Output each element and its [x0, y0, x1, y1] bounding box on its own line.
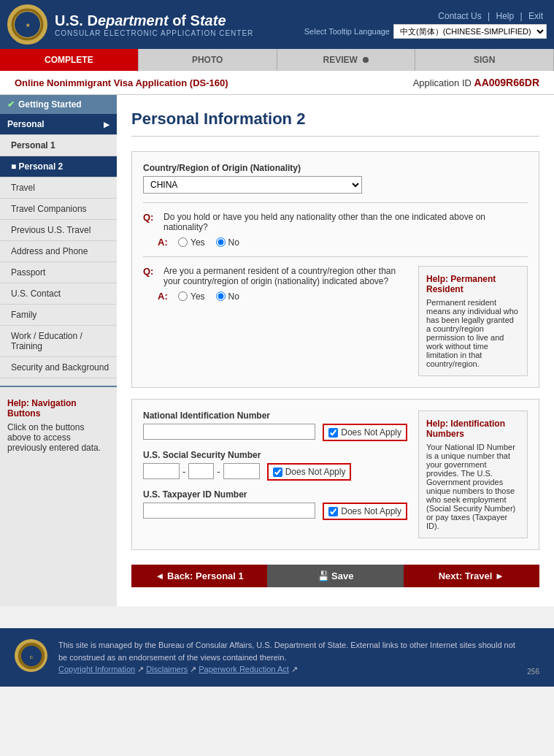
q1-text: Do you hold or have you held any nationa… [163, 212, 528, 232]
ssn-field-row: - - Does Not Apply [143, 463, 407, 481]
ssn-part3[interactable] [223, 463, 260, 479]
svg-text:C: C [29, 655, 33, 660]
header-right: Contact Us | Help | Exit Select Tooltip … [304, 11, 547, 39]
divider-1 [143, 202, 528, 203]
footer: C This site is managed by the Bureau of … [0, 628, 554, 687]
app-id-bar: Online Nonimmigrant Visa Application (DS… [0, 71, 554, 95]
divider-2 [143, 256, 528, 257]
sidebar-item-passport[interactable]: Passport [0, 262, 117, 283]
sidebar-item-travel[interactable]: Travel [0, 177, 117, 199]
app-form-link[interactable]: Online Nonimmigrant Visa Application (DS… [15, 77, 228, 88]
id-help-text: Your National ID Number is a unique numb… [426, 443, 520, 530]
page-title: Personal Information 2 [131, 110, 539, 137]
sidebar-help-title: Help: Navigation Buttons [7, 398, 109, 419]
header-links: Contact Us | Help | Exit [434, 11, 547, 21]
tooltip-language-select[interactable]: 中文(简体）(CHINESE-SIMPLIFIED) [393, 24, 547, 39]
q1-block: Q: Do you hold or have you held any nati… [143, 212, 528, 248]
nationality-field-row: Country/Region of Origin (Nationality) C… [143, 163, 528, 194]
ssn-input-group: - - [143, 463, 260, 479]
national-id-label: National Identification Number [143, 411, 407, 421]
contact-us-link[interactable]: Contact Us [438, 11, 481, 21]
q2-row: Q: Are you a permanent resident of a cou… [143, 266, 407, 286]
ssn-part2[interactable] [188, 463, 214, 479]
review-dot [363, 57, 369, 63]
sidebar-item-security[interactable]: Security and Background [0, 357, 117, 378]
exit-link[interactable]: Exit [528, 11, 543, 21]
q2-yes-label[interactable]: Yes [178, 291, 205, 302]
sidebar: ✔ Getting Started Personal Personal 1 ■ … [0, 95, 117, 606]
national-id-dna-checkbox[interactable] [328, 428, 338, 438]
q2-help-box: Help: Permanent Resident Permanent resid… [418, 266, 528, 376]
sidebar-item-us-contact[interactable]: U.S. Contact [0, 283, 117, 305]
back-button[interactable]: ◄ Back: Personal 1 [131, 565, 267, 587]
q1-label: Q: [143, 212, 158, 232]
state-dept-seal: ★ [7, 4, 47, 45]
nationality-section: Country/Region of Origin (Nationality) C… [131, 151, 539, 388]
sidebar-personal[interactable]: Personal [0, 114, 117, 135]
sidebar-getting-started[interactable]: ✔ Getting Started [0, 95, 117, 114]
taxpayer-id-row: U.S. Taxpayer ID Number Does Not Apply [143, 489, 407, 520]
taxpayer-dna-label[interactable]: Does Not Apply [323, 503, 407, 520]
q1-no-radio[interactable] [216, 237, 226, 247]
ssn-dash1: - [182, 466, 185, 477]
tab-photo[interactable]: PHOTO [139, 49, 277, 71]
q1-no-label[interactable]: No [216, 237, 239, 248]
footer-seal: C [15, 639, 47, 672]
q1-row: Q: Do you hold or have you held any nati… [143, 212, 528, 232]
q2-label: Q: [143, 266, 158, 286]
taxpayer-dna-checkbox[interactable] [328, 507, 338, 516]
ssn-part1[interactable] [143, 463, 180, 479]
sidebar-item-family[interactable]: Family [0, 305, 117, 326]
ssn-dna-checkbox[interactable] [273, 467, 282, 477]
q2-block: Q: Are you a permanent resident of a cou… [143, 266, 407, 302]
sidebar-item-personal2[interactable]: ■ Personal 2 [0, 156, 117, 177]
ssn-row: U.S. Social Security Number - - [143, 450, 407, 481]
footer-main-text: This site is managed by the Bureau of Co… [58, 641, 515, 662]
q2-yes-radio[interactable] [178, 291, 188, 301]
app-id-value: AA009R66DR [474, 77, 539, 88]
q1-yes-radio[interactable] [178, 237, 188, 247]
header-title: U.S. Department of State CONSULAR ELECTR… [55, 12, 253, 37]
nationality-label: Country/Region of Origin (Nationality) [143, 163, 528, 173]
id-help-title: Help: Identification Numbers [426, 419, 520, 439]
tab-sign[interactable]: SIGN [415, 49, 554, 71]
header: ★ U.S. Department of State CONSULAR ELEC… [0, 0, 554, 49]
header-logo: ★ U.S. Department of State CONSULAR ELEC… [7, 4, 253, 45]
sidebar-item-travel-companions[interactable]: Travel Companions [0, 199, 117, 220]
q2-main: Q: Are you a permanent resident of a cou… [143, 266, 407, 376]
tab-review[interactable]: REVIEW [277, 49, 416, 71]
bottom-nav: ◄ Back: Personal 1 💾 Save Next: Travel ► [131, 565, 539, 587]
sidebar-help-text: Click on the buttons above to access pre… [7, 422, 109, 453]
q2-help-text: Permanent resident means any individual … [426, 298, 520, 368]
sidebar-item-address-phone[interactable]: Address and Phone [0, 241, 117, 262]
app-id-label: Application ID AA009R66DR [413, 77, 539, 88]
copyright-link[interactable]: Copyright Information [58, 665, 135, 673]
q1-radio-group: Yes No [178, 237, 239, 248]
sidebar-item-personal1[interactable]: Personal 1 [0, 135, 117, 156]
q1-yes-label[interactable]: Yes [178, 237, 205, 248]
id-main: National Identification Number Does Not … [143, 411, 407, 538]
taxpayer-id-field-row: Does Not Apply [143, 503, 407, 520]
disclaimers-link[interactable]: Disclaimers [146, 665, 188, 673]
help-link[interactable]: Help [496, 11, 515, 21]
sidebar-item-previous-us-travel[interactable]: Previous U.S. Travel [0, 220, 117, 241]
q2-section-inner: Q: Are you a permanent resident of a cou… [143, 266, 528, 376]
save-button[interactable]: 💾 Save [267, 565, 403, 587]
footer-id: 256 [527, 668, 539, 676]
q2-radio-group: Yes No [178, 291, 239, 302]
nationality-select[interactable]: CHINA [143, 176, 362, 194]
q2-no-label[interactable]: No [216, 291, 239, 302]
national-id-input[interactable] [143, 424, 315, 440]
national-id-row: National Identification Number Does Not … [143, 411, 407, 441]
next-button[interactable]: Next: Travel ► [404, 565, 539, 587]
tab-complete[interactable]: COMPLETE [0, 49, 139, 71]
q2-no-radio[interactable] [216, 291, 226, 301]
q2-text: Are you a permanent resident of a countr… [163, 266, 407, 286]
paperwork-link[interactable]: Paperwork Reduction Act [199, 665, 289, 673]
national-id-dna-label[interactable]: Does Not Apply [323, 424, 407, 441]
ssn-dna-label[interactable]: Does Not Apply [267, 463, 352, 481]
svg-text:★: ★ [26, 23, 31, 28]
id-numbers-section: National Identification Number Does Not … [131, 399, 539, 550]
taxpayer-id-input[interactable] [143, 503, 315, 519]
sidebar-item-work-edu[interactable]: Work / Education / Training [0, 326, 117, 357]
